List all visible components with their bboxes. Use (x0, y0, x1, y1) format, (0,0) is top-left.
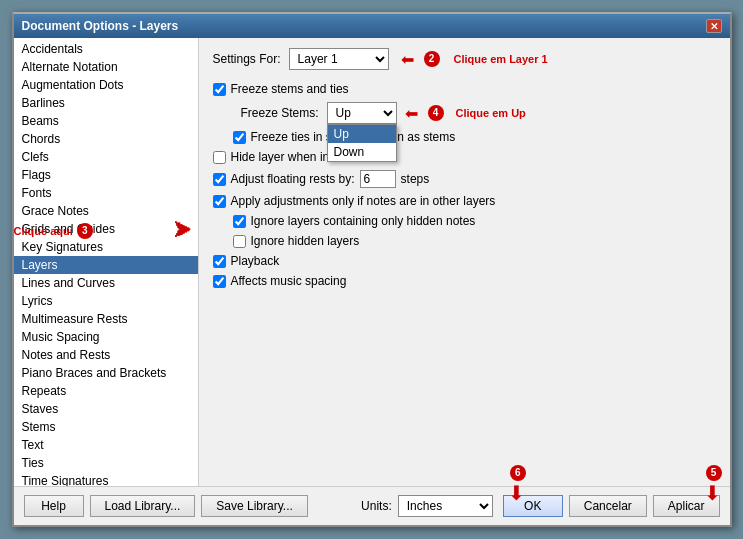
adjust-value-input[interactable] (360, 170, 396, 188)
playback-row: Playback (213, 254, 716, 268)
sidebar-item-fonts[interactable]: Fonts (14, 184, 198, 202)
title-bar: Document Options - Layers ✕ (14, 14, 730, 38)
settings-for-label: Settings For: (213, 52, 281, 66)
sidebar-item-repeats[interactable]: Repeats (14, 382, 198, 400)
arrow-4-icon: ⬅ (405, 104, 418, 123)
sidebar-item-multimeasure-rests[interactable]: Multimeasure Rests (14, 310, 198, 328)
sidebar-item-piano-braces-and-brackets[interactable]: Piano Braces and Brackets (14, 364, 198, 382)
apply-button[interactable]: Aplicar (653, 495, 720, 517)
hide-layer-row: Hide layer when inactive (213, 150, 716, 164)
ignore-hidden-notes-label: Ignore layers containing only hidden not… (251, 214, 476, 228)
main-content: Clique aqui 3 ⮞ Settings For: Layer 1 La… (199, 38, 730, 486)
freeze-ties-checkbox[interactable] (233, 131, 246, 144)
sidebar-item-beams[interactable]: Beams (14, 112, 198, 130)
affects-spacing-checkbox[interactable] (213, 275, 226, 288)
freeze-stems-ties-checkbox[interactable] (213, 83, 226, 96)
dialog-footer: Help Load Library... Save Library... Uni… (14, 486, 730, 525)
sidebar-item-lines-and-curves[interactable]: Lines and Curves (14, 274, 198, 292)
settings-for-row: Settings For: Layer 1 Layer 2 Layer 3 La… (213, 48, 716, 70)
freeze-stems-dropdown-container: Up Down Up Down (327, 102, 397, 124)
dialog-body: AccidentalsAlternate NotationAugmentatio… (14, 38, 730, 486)
freeze-stems-select[interactable]: Up Down (327, 102, 397, 124)
units-select[interactable]: Inches Centimeters EVPU Points Spaces (398, 495, 493, 517)
affects-spacing-row: Affects music spacing (213, 274, 716, 288)
footer-right: 6 ⬇ OK Cancelar 5 ⬇ Aplicar (503, 495, 720, 517)
dropdown-item-down[interactable]: Down (328, 143, 396, 161)
sidebar-item-staves[interactable]: Staves (14, 400, 198, 418)
freeze-ties-row: Freeze ties in same direction as stems (233, 130, 716, 144)
units-label: Units: (361, 499, 392, 513)
playback-label: Playback (231, 254, 280, 268)
sidebar-item-lyrics[interactable]: Lyrics (14, 292, 198, 310)
sidebar-item-accidentals[interactable]: Accidentals (14, 40, 198, 58)
sidebar: AccidentalsAlternate NotationAugmentatio… (14, 38, 199, 486)
freeze-stems-ties-label: Freeze stems and ties (231, 82, 349, 96)
sidebar-item-augmentation-dots[interactable]: Augmentation Dots (14, 76, 198, 94)
annotation-num-4: 4 (428, 105, 444, 121)
apply-adjustments-row: Apply adjustments only if notes are in o… (213, 194, 716, 208)
sidebar-item-notes-and-rests[interactable]: Notes and Rests (14, 346, 198, 364)
sidebar-item-clefs[interactable]: Clefs (14, 148, 198, 166)
adjust-floating-row: Adjust floating rests by: steps (213, 170, 716, 188)
dialog-title: Document Options - Layers (22, 19, 179, 33)
ignore-hidden-notes-row: Ignore layers containing only hidden not… (233, 214, 716, 228)
adjust-steps-label: steps (401, 172, 430, 186)
annotation-label-2: Clique em Layer 1 (454, 53, 548, 65)
hide-layer-checkbox[interactable] (213, 151, 226, 164)
load-library-button[interactable]: Load Library... (90, 495, 196, 517)
settings-for-select[interactable]: Layer 1 Layer 2 Layer 3 Layer 4 (289, 48, 389, 70)
sidebar-item-text[interactable]: Text (14, 436, 198, 454)
sidebar-item-grace-notes[interactable]: Grace Notes (14, 202, 198, 220)
ignore-hidden-layers-label: Ignore hidden layers (251, 234, 360, 248)
apply-adjustments-checkbox[interactable] (213, 195, 226, 208)
ok-button[interactable]: OK (503, 495, 563, 517)
annotation-num-2: 2 (424, 51, 440, 67)
arrow-2-icon: ⬅ (401, 50, 414, 69)
freeze-stems-ties-row: Freeze stems and ties (213, 82, 716, 96)
adjust-floating-checkbox[interactable] (213, 173, 226, 186)
dropdown-item-up[interactable]: Up (328, 125, 396, 143)
sidebar-item-music-spacing[interactable]: Music Spacing (14, 328, 198, 346)
freeze-stems-label: Freeze Stems: (241, 106, 319, 120)
sidebar-item-time-signatures[interactable]: Time Signatures (14, 472, 198, 486)
freeze-stems-section: Freeze Stems: Up Down Up Down ⬅ 4 Clique… (213, 102, 716, 124)
sidebar-item-layers[interactable]: Layers (14, 256, 198, 274)
ignore-hidden-layers-checkbox[interactable] (233, 235, 246, 248)
sidebar-item-grids-and-guides[interactable]: Grids and Guides (14, 220, 198, 238)
adjust-floating-label: Adjust floating rests by: (231, 172, 355, 186)
sidebar-item-barlines[interactable]: Barlines (14, 94, 198, 112)
sidebar-item-stems[interactable]: Stems (14, 418, 198, 436)
affects-spacing-label: Affects music spacing (231, 274, 347, 288)
dialog: Document Options - Layers ✕ AccidentalsA… (12, 12, 732, 527)
apply-adjustments-label: Apply adjustments only if notes are in o… (231, 194, 496, 208)
cancel-button[interactable]: Cancelar (569, 495, 647, 517)
ignore-hidden-layers-row: Ignore hidden layers (233, 234, 716, 248)
freeze-stems-popup: Up Down (327, 124, 397, 162)
help-button[interactable]: Help (24, 495, 84, 517)
sidebar-item-alternate-notation[interactable]: Alternate Notation (14, 58, 198, 76)
ignore-hidden-notes-checkbox[interactable] (233, 215, 246, 228)
sidebar-item-key-signatures[interactable]: Key Signatures (14, 238, 198, 256)
annotation-label-4: Clique em Up (456, 107, 526, 119)
playback-checkbox[interactable] (213, 255, 226, 268)
sidebar-item-ties[interactable]: Ties (14, 454, 198, 472)
sidebar-item-chords[interactable]: Chords (14, 130, 198, 148)
close-button[interactable]: ✕ (706, 19, 722, 33)
save-library-button[interactable]: Save Library... (201, 495, 307, 517)
sidebar-item-flags[interactable]: Flags (14, 166, 198, 184)
